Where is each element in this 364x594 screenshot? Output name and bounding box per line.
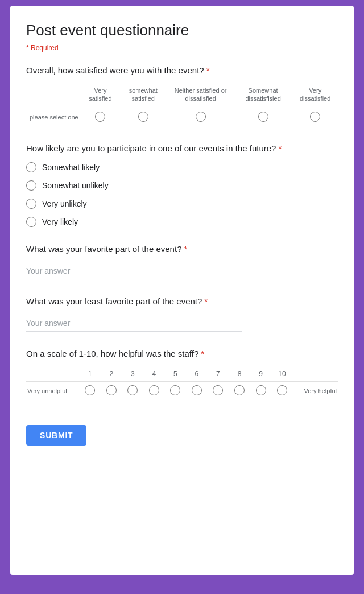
q2-label-somewhat-unlikely: Somewhat unlikely [42,181,109,190]
q2-radio-very-unlikely[interactable] [26,199,36,209]
q4-label: What was your least favorite part of the… [26,295,338,307]
q1-radio-somewhat-dissatisfied[interactable] [258,112,268,122]
q5-radio-8[interactable] [234,385,245,395]
q5-radio-3[interactable] [127,385,138,395]
scale-label-right: Very helpful [293,381,338,400]
q5-radio-7[interactable] [213,385,223,395]
q2-label-very-likely: Very likely [42,217,78,226]
form-title: Post event questionnaire [26,22,338,39]
submit-button[interactable]: SUBMIT [26,425,86,446]
q5-radio-10[interactable] [277,385,287,395]
satisfaction-table: Very satisfied somewhat satisfied Neithe… [26,84,338,126]
question-satisfaction: Overall, how satisfied were you with the… [26,64,338,126]
required-note: * Required [26,44,338,52]
q5-radio-2[interactable] [106,385,117,395]
scale-col-10: 10 [271,368,293,382]
scale-col-3: 3 [122,368,144,382]
scale-label-left: Very unhelpful [26,381,80,400]
question-favorite: What was your favorite part of the event… [26,243,338,279]
q2-radio-somewhat-likely[interactable] [26,162,36,172]
q5-radio-9[interactable] [256,385,266,395]
scale-col-5: 5 [165,368,187,382]
scale-col-4: 4 [143,368,165,382]
q2-radio-very-likely[interactable] [26,217,36,227]
col-very-satisfied: Very satisfied [82,84,119,108]
q2-label-very-unlikely: Very unlikely [42,199,87,208]
question-least-favorite: What was your least favorite part of the… [26,295,338,332]
scale-col-7: 7 [208,368,229,382]
q5-radio-5[interactable] [170,385,180,395]
q1-radio-somewhat-satisfied[interactable] [138,112,148,122]
question-likelihood: How likely are you to participate in one… [26,142,338,227]
q4-input-wrap [26,315,338,332]
q1-row-label: please select one [26,108,82,126]
q5-radio-6[interactable] [192,385,202,395]
q2-option-very-likely[interactable]: Very likely [26,217,338,227]
q4-input[interactable] [26,315,242,332]
scale-col-1: 1 [80,368,101,382]
question-staff-scale: On a scale of 1-10, how helpful was the … [26,348,338,400]
q5-label: On a scale of 1-10, how helpful was the … [26,348,338,360]
q2-label-somewhat-likely: Somewhat likely [42,163,100,172]
col-neither: Neither satisfied or dissatisfied [167,84,234,108]
col-somewhat-dissatisfied: Somewhat dissatisfisied [234,84,292,108]
q2-option-very-unlikely[interactable]: Very unlikely [26,199,338,209]
q2-option-somewhat-unlikely[interactable]: Somewhat unlikely [26,180,338,191]
q5-radio-1[interactable] [85,385,95,395]
q1-radio-very-dissatisfied[interactable] [310,112,320,122]
col-somewhat-satisfied: somewhat satisfied [119,84,167,108]
q2-radio-somewhat-unlikely[interactable] [26,180,36,191]
scale-col-6: 6 [186,368,208,382]
q1-label: Overall, how satisfied were you with the… [26,64,338,76]
col-very-dissatisfied: Very dissatisfied [292,84,338,108]
scale-col-2: 2 [101,368,122,382]
scale-col-8: 8 [229,368,250,382]
q1-radio-very-satisfied[interactable] [95,112,105,122]
scale-table: 1 2 3 4 5 6 7 8 9 10 Very unhelpful [26,368,338,400]
q2-option-somewhat-likely[interactable]: Somewhat likely [26,162,338,172]
q2-label: How likely are you to participate in one… [26,142,338,154]
q5-radio-4[interactable] [149,385,159,395]
q3-input[interactable] [26,263,242,279]
scale-col-9: 9 [250,368,272,382]
q3-input-wrap [26,263,338,279]
q1-radio-neither[interactable] [196,112,206,122]
q3-label: What was your favorite part of the event… [26,243,338,255]
